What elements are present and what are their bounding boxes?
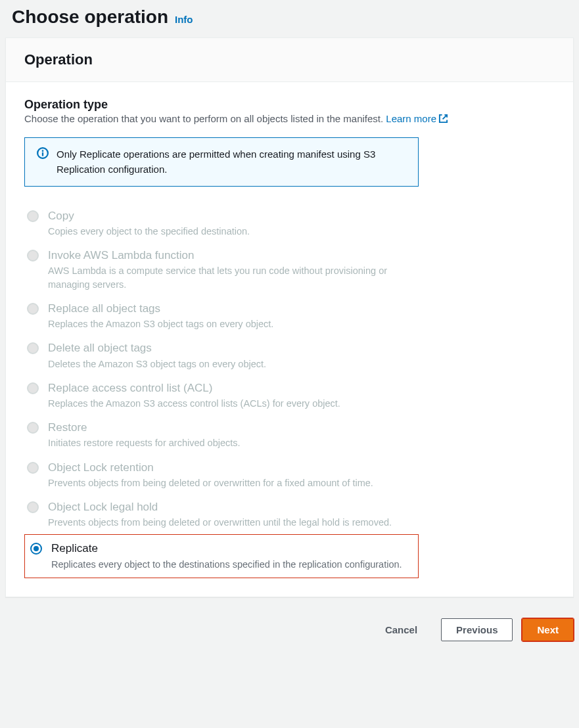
- wizard-footer: Cancel Previous Next: [0, 610, 579, 661]
- option-title: Replicate: [51, 541, 413, 556]
- next-button[interactable]: Next: [522, 618, 574, 641]
- page-header: Choose operation Info: [0, 0, 579, 37]
- radio-delete-tags: [27, 342, 39, 354]
- radio-lock-legal: [27, 501, 39, 513]
- option-desc: Copies every object to the specified des…: [48, 225, 416, 238]
- info-link[interactable]: Info: [175, 14, 193, 25]
- option-title: Invoke AWS Lambda function: [48, 248, 416, 263]
- info-alert: Only Replicate operations are permitted …: [24, 137, 419, 187]
- option-desc: AWS Lambda is a compute service that let…: [48, 264, 416, 291]
- option-replace-acl: Replace access control list (ACL)Replace…: [24, 376, 419, 415]
- option-texts: Object Lock legal holdPrevents objects f…: [48, 500, 416, 529]
- section-desc-text: Choose the operation that you want to pe…: [24, 113, 386, 124]
- page-title: Choose operation: [12, 7, 168, 28]
- option-texts: Replace all object tagsReplaces the Amaz…: [48, 302, 416, 330]
- option-texts: CopyCopies every object to the specified…: [48, 209, 416, 238]
- info-icon: [37, 147, 49, 162]
- section-desc: Choose the operation that you want to pe…: [24, 113, 555, 125]
- option-title: Replace all object tags: [48, 302, 416, 316]
- option-title: Delete all object tags: [48, 341, 416, 355]
- previous-button[interactable]: Previous: [441, 618, 513, 641]
- radio-copy: [27, 210, 39, 222]
- option-restore: RestoreInitiates restore requests for ar…: [24, 415, 419, 455]
- option-title: Replace access control list (ACL): [48, 381, 416, 396]
- svg-point-1: [42, 150, 44, 152]
- external-link-icon: [438, 114, 448, 125]
- option-desc: Replaces the Amazon S3 access control li…: [48, 397, 416, 410]
- radio-replace-acl: [27, 382, 39, 394]
- option-desc: Replicates every object to the destinati…: [51, 558, 413, 571]
- option-desc: Deletes the Amazon S3 object tags on eve…: [48, 357, 416, 371]
- option-desc: Prevents objects from being deleted or o…: [48, 516, 416, 529]
- option-desc: Prevents objects from being deleted or o…: [48, 476, 416, 489]
- option-copy: CopyCopies every object to the specified…: [24, 204, 419, 243]
- radio-lock-retention: [27, 462, 39, 474]
- option-lambda: Invoke AWS Lambda functionAWS Lambda is …: [24, 243, 419, 296]
- option-texts: ReplicateReplicates every object to the …: [51, 541, 413, 570]
- option-lock-legal: Object Lock legal holdPrevents objects f…: [24, 495, 419, 534]
- option-texts: Replace access control list (ACL)Replace…: [48, 381, 416, 410]
- option-title: Restore: [48, 421, 416, 435]
- cancel-button[interactable]: Cancel: [371, 619, 432, 641]
- option-texts: RestoreInitiates restore requests for ar…: [48, 421, 416, 449]
- svg-rect-2: [42, 152, 43, 156]
- option-title: Object Lock retention: [48, 461, 416, 475]
- learn-more-link[interactable]: Learn more: [386, 113, 448, 124]
- option-texts: Delete all object tagsDeletes the Amazon…: [48, 341, 416, 370]
- radio-lambda: [27, 250, 39, 262]
- panel-header: Operation: [6, 38, 573, 82]
- option-replicate[interactable]: ReplicateReplicates every object to the …: [24, 534, 419, 578]
- option-replace-tags: Replace all object tagsReplaces the Amaz…: [24, 296, 419, 336]
- option-texts: Invoke AWS Lambda functionAWS Lambda is …: [48, 248, 416, 291]
- option-texts: Object Lock retentionPrevents objects fr…: [48, 461, 416, 489]
- radio-replace-tags: [27, 303, 39, 315]
- info-alert-text: Only Replicate operations are permitted …: [57, 147, 406, 177]
- radio-replicate[interactable]: [30, 543, 42, 555]
- option-delete-tags: Delete all object tagsDeletes the Amazon…: [24, 336, 419, 375]
- operation-panel: Operation Operation type Choose the oper…: [5, 37, 574, 597]
- operation-options: CopyCopies every object to the specified…: [24, 204, 419, 578]
- option-title: Copy: [48, 209, 416, 223]
- panel-body: Operation type Choose the operation that…: [6, 82, 573, 597]
- option-desc: Initiates restore requests for archived …: [48, 436, 416, 449]
- section-label: Operation type: [24, 98, 555, 112]
- panel-heading: Operation: [24, 51, 555, 68]
- option-title: Object Lock legal hold: [48, 500, 416, 514]
- option-lock-retention: Object Lock retentionPrevents objects fr…: [24, 455, 419, 495]
- option-desc: Replaces the Amazon S3 object tags on ev…: [48, 317, 416, 330]
- radio-restore: [27, 422, 39, 434]
